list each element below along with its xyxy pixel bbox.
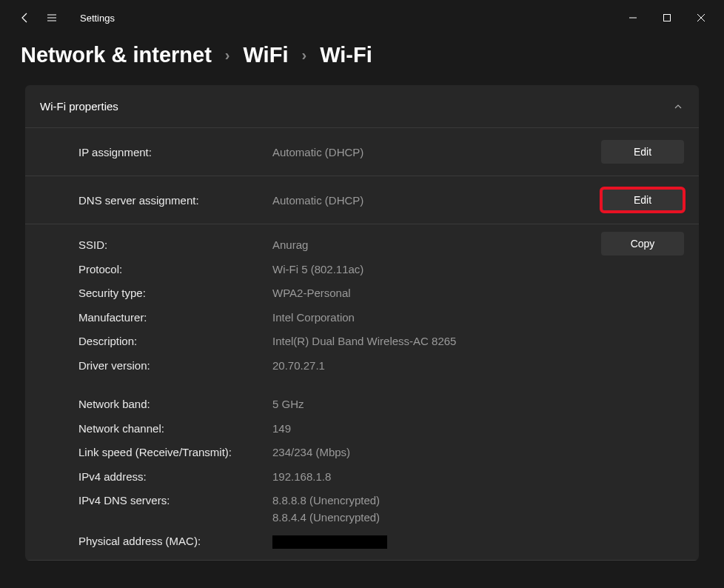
breadcrumb-wifi[interactable]: WiFi [244, 43, 289, 67]
security-value: WPA2-Personal [272, 285, 351, 302]
chevron-right-icon: › [225, 47, 230, 64]
ip-assignment-value: Automatic (DHCP) [272, 146, 601, 158]
dns-assignment-value: Automatic (DHCP) [272, 194, 601, 207]
breadcrumb: Network & internet › WiFi › Wi-Fi [0, 36, 724, 85]
back-icon[interactable] [18, 10, 33, 25]
ipv4-row: IPv4 address: 192.168.1.8 [78, 465, 684, 490]
dns-assignment-label: DNS server assignment: [78, 194, 272, 207]
wifi-properties-panel: Wi-Fi properties IP assignment: Automati… [25, 85, 699, 561]
ssid-row: SSID: Anurag [78, 233, 684, 258]
ssid-label: SSID: [78, 237, 272, 254]
channel-row: Network channel: 149 [78, 417, 684, 441]
channel-value: 149 [272, 421, 291, 438]
security-label: Security type: [78, 285, 272, 302]
dns-row: IPv4 DNS servers: 8.8.8.8 (Unencrypted) … [78, 489, 684, 529]
edit-dns-button[interactable]: Edit [601, 188, 684, 212]
description-row: Description: Intel(R) Dual Band Wireless… [78, 330, 684, 354]
channel-label: Network channel: [78, 421, 272, 438]
maximize-button[interactable] [650, 6, 684, 30]
ip-assignment-row: IP assignment: Automatic (DHCP) Edit [25, 128, 699, 176]
titlebar: Settings [0, 0, 724, 36]
ip-assignment-label: IP assignment: [78, 146, 272, 158]
security-row: Security type: WPA2-Personal [78, 281, 684, 306]
manufacturer-value: Intel Corporation [272, 310, 355, 327]
ssid-value: Anurag [272, 237, 308, 254]
description-label: Description: [78, 333, 272, 350]
mac-label: Physical address (MAC): [78, 533, 272, 550]
protocol-row: Protocol: Wi-Fi 5 (802.11ac) [78, 258, 684, 282]
panel-header[interactable]: Wi-Fi properties [25, 85, 699, 128]
chevron-right-icon: › [301, 47, 306, 64]
app-title: Settings [80, 13, 115, 24]
protocol-label: Protocol: [78, 261, 272, 278]
copy-button[interactable]: Copy [601, 232, 684, 255]
mac-row: Physical address (MAC): [78, 529, 684, 554]
minimize-button[interactable] [616, 6, 650, 30]
driver-value: 20.70.27.1 [272, 358, 325, 375]
band-row: Network band: 5 GHz [78, 392, 684, 417]
menu-icon[interactable] [44, 10, 59, 25]
panel-title: Wi-Fi properties [40, 100, 118, 113]
driver-row: Driver version: 20.70.27.1 [78, 354, 684, 378]
details-section: Copy SSID: Anurag Protocol: Wi-Fi 5 (802… [25, 224, 699, 561]
mac-value [272, 533, 387, 550]
dns-value: 8.8.8.8 (Unencrypted) 8.8.4.4 (Unencrypt… [272, 492, 380, 526]
manufacturer-row: Manufacturer: Intel Corporation [78, 306, 684, 330]
redacted-block [272, 535, 387, 549]
linkspeed-row: Link speed (Receive/Transmit): 234/234 (… [78, 441, 684, 465]
dns-assignment-row: DNS server assignment: Automatic (DHCP) … [25, 176, 699, 224]
protocol-value: Wi-Fi 5 (802.11ac) [272, 261, 363, 278]
edit-ip-button[interactable]: Edit [601, 140, 684, 164]
ipv4-label: IPv4 address: [78, 469, 272, 486]
band-value: 5 GHz [272, 396, 304, 413]
breadcrumb-current: Wi-Fi [320, 43, 372, 67]
close-button[interactable] [684, 6, 718, 30]
driver-label: Driver version: [78, 358, 272, 375]
linkspeed-label: Link speed (Receive/Transmit): [78, 444, 272, 461]
dns-label: IPv4 DNS servers: [78, 492, 272, 526]
svg-rect-0 [664, 15, 671, 21]
ipv4-value: 192.168.1.8 [272, 469, 331, 486]
description-value: Intel(R) Dual Band Wireless-AC 8265 [272, 333, 456, 350]
chevron-up-icon [672, 101, 684, 113]
breadcrumb-network[interactable]: Network & internet [21, 43, 212, 67]
band-label: Network band: [78, 396, 272, 413]
manufacturer-label: Manufacturer: [78, 310, 272, 327]
linkspeed-value: 234/234 (Mbps) [272, 444, 350, 461]
